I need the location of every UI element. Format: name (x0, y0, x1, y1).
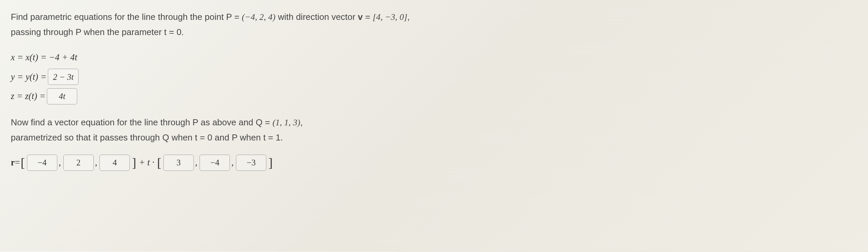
z-equation: z = z(t) = 4t (11, 88, 857, 105)
q2-line2: parametrized so that it passes through Q… (11, 132, 283, 143)
rbracket-2: ] (268, 155, 273, 170)
y-input[interactable]: 2 − 3t (48, 69, 79, 85)
q1-mid: with direction vector (275, 12, 358, 22)
r-input-4[interactable]: 3 (163, 155, 194, 171)
vector-equation: r = [ −4 , 2 , 4 ] + t · [ 3 , −4 , −3 ] (11, 155, 857, 171)
q1-line2: passing through P when the parameter t =… (11, 27, 184, 37)
parametric-equations: x = x(t) = −4 + 4t y = y(t) = 2 − 3t z =… (11, 49, 857, 105)
q2-pre: Now find a vector equation for the line … (11, 117, 272, 127)
x-prefix: x = x(t) = −4 + 4t (11, 49, 77, 66)
r-label: r (11, 157, 15, 168)
question-2-text: Now find a vector equation for the line … (11, 115, 857, 145)
x-equation: x = x(t) = −4 + 4t (11, 49, 857, 66)
q2-end: , (300, 117, 303, 127)
vector-v-eq: = (363, 12, 373, 22)
vector-v-val: [4, −3, 0] (373, 12, 408, 22)
r-input-5[interactable]: −4 (200, 155, 230, 171)
z-input[interactable]: 4t (47, 88, 77, 104)
comma-2: , (95, 157, 98, 168)
comma-3: , (195, 157, 199, 168)
y-prefix: y = y(t) = (11, 68, 47, 86)
lbracket-2: [ (156, 155, 162, 170)
r-input-6[interactable]: −3 (236, 155, 266, 171)
point-p: (−4, 2, 4) (242, 12, 275, 22)
eq-sign: = (15, 157, 20, 168)
r-input-3[interactable]: 4 (99, 155, 130, 171)
r-input-2[interactable]: 2 (63, 155, 94, 171)
comma-4: , (231, 157, 235, 168)
point-q: (1, 1, 3) (272, 118, 300, 127)
rbracket-1: ] (131, 155, 137, 170)
z-prefix: z = z(t) = (11, 88, 46, 105)
question-1-text: Find parametric equations for the line t… (11, 9, 857, 39)
q1-end: , (407, 12, 410, 22)
lbracket-1: [ (20, 155, 26, 170)
q1-pre: Find parametric equations for the line t… (11, 12, 242, 22)
r-input-1[interactable]: −4 (27, 155, 57, 171)
y-equation: y = y(t) = 2 − 3t (11, 68, 857, 86)
vector-v-label: v (358, 12, 362, 22)
plus-t: + t · (137, 157, 156, 168)
comma-1: , (59, 157, 62, 168)
